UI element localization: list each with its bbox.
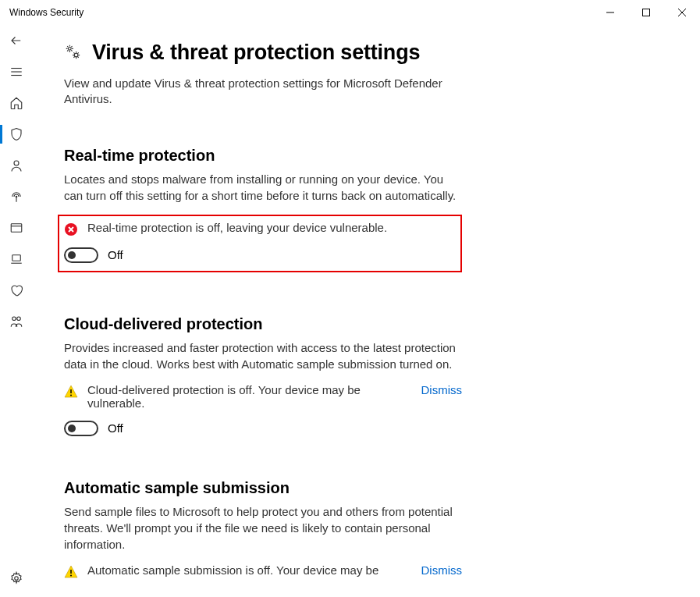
heart-icon — [9, 283, 23, 297]
sidebar-item-home[interactable] — [0, 87, 33, 119]
sidebar-item-account[interactable] — [0, 150, 33, 181]
antenna-icon — [9, 190, 23, 204]
maximize-button[interactable] — [628, 0, 664, 25]
page-subtitle: View and update Virus & threat protectio… — [64, 76, 454, 108]
back-button[interactable] — [0, 25, 33, 56]
window-title: Windows Security — [9, 7, 84, 18]
window-icon — [9, 221, 23, 235]
sidebar-item-family[interactable] — [0, 306, 33, 337]
toggle-row-cloud: Off — [64, 421, 462, 436]
svg-point-15 — [69, 47, 72, 50]
sidebar-item-device-security[interactable] — [0, 243, 33, 275]
main-content: Virus & threat protection settings View … — [33, 25, 700, 597]
laptop-icon — [9, 252, 23, 266]
svg-point-12 — [12, 317, 16, 321]
section-sample: Automatic sample submission Send sample … — [64, 479, 462, 579]
minimize-icon — [606, 9, 614, 16]
error-icon — [64, 222, 78, 236]
alert-row-realtime: Real-time protection is off, leaving you… — [64, 221, 453, 236]
section-desc-sample: Send sample files to Microsoft to help p… — [64, 503, 462, 553]
alert-row-sample: Automatic sample submission is off. Your… — [64, 563, 462, 579]
svg-point-14 — [15, 577, 19, 581]
page-title: Virus & threat protection settings — [92, 41, 420, 65]
maximize-icon — [642, 9, 650, 16]
sidebar-item-device-performance[interactable] — [0, 275, 33, 306]
svg-point-8 — [16, 196, 17, 197]
warning-icon — [64, 385, 78, 399]
svg-rect-9 — [11, 224, 22, 233]
toggle-knob — [68, 425, 76, 432]
svg-point-7 — [14, 161, 19, 165]
sidebar-item-settings[interactable] — [0, 563, 33, 594]
menu-button[interactable] — [0, 56, 33, 87]
window-controls — [592, 0, 700, 25]
dismiss-link-sample[interactable]: Dismiss — [421, 563, 463, 577]
svg-rect-1 — [643, 9, 650, 16]
alert-row-cloud: Cloud-delivered protection is off. Your … — [64, 383, 462, 410]
svg-point-13 — [17, 317, 21, 321]
section-title-sample: Automatic sample submission — [64, 479, 462, 497]
titlebar: Windows Security — [0, 0, 700, 25]
svg-rect-11 — [12, 255, 21, 261]
toggle-realtime[interactable] — [64, 247, 98, 263]
section-realtime: Real-time protection Locates and stops m… — [64, 147, 462, 272]
highlighted-alert-block: Real-time protection is off, leaving you… — [58, 215, 462, 272]
section-title-realtime: Real-time protection — [64, 147, 462, 165]
sidebar-item-firewall[interactable] — [0, 181, 33, 212]
section-desc-cloud: Provides increased and faster protection… — [64, 339, 462, 372]
page-header: Virus & threat protection settings — [64, 41, 669, 65]
sidebar-item-virus[interactable] — [0, 119, 33, 150]
alert-text-realtime: Real-time protection is off, leaving you… — [87, 221, 453, 234]
toggle-label-realtime: Off — [108, 248, 123, 261]
gear-icon — [9, 571, 23, 585]
section-cloud: Cloud-delivered protection Provides incr… — [64, 315, 462, 436]
toggle-row-realtime: Off — [64, 247, 453, 263]
section-title-cloud: Cloud-delivered protection — [64, 315, 462, 333]
dismiss-link-cloud[interactable]: Dismiss — [421, 383, 463, 396]
alert-text-sample: Automatic sample submission is off. Your… — [87, 563, 412, 577]
settings-gears-icon — [64, 43, 81, 63]
alert-text-cloud: Cloud-delivered protection is off. Your … — [87, 383, 412, 410]
hamburger-icon — [9, 65, 23, 79]
section-desc-realtime: Locates and stops malware from installin… — [64, 171, 462, 204]
close-icon — [678, 9, 686, 16]
minimize-button[interactable] — [592, 0, 628, 25]
svg-point-16 — [74, 53, 78, 57]
toggle-knob — [68, 251, 76, 259]
svg-point-18 — [70, 394, 72, 396]
family-icon — [9, 314, 23, 329]
home-icon — [9, 96, 23, 110]
sidebar-item-app-browser[interactable] — [0, 212, 33, 243]
warning-icon — [64, 565, 78, 579]
toggle-label-cloud: Off — [108, 421, 123, 435]
person-icon — [9, 158, 23, 172]
svg-point-19 — [70, 574, 72, 576]
close-button[interactable] — [664, 0, 700, 25]
toggle-cloud[interactable] — [64, 421, 98, 436]
back-arrow-icon — [9, 34, 23, 48]
shield-icon — [9, 127, 23, 141]
sidebar — [0, 25, 33, 597]
